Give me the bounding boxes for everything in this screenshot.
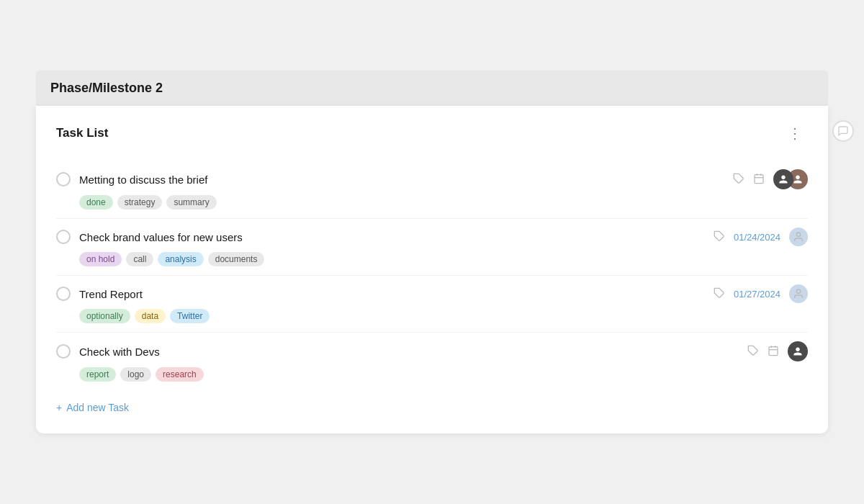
task-tag[interactable]: on hold: [79, 252, 122, 266]
more-options-button[interactable]: ⋮: [782, 123, 808, 143]
tag-icon[interactable]: [714, 287, 725, 301]
task-tags: reportlogoresearch: [79, 367, 808, 382]
task-left: Check with Devs: [56, 344, 160, 359]
avatar: [788, 341, 808, 361]
task-checkbox[interactable]: [56, 172, 71, 186]
task-row: Trend Report01/27/2024: [56, 284, 808, 303]
task-right: [733, 169, 808, 189]
phase-title: Phase/Milestone 2: [50, 81, 163, 95]
task-item: Check brand values for new users01/24/20…: [56, 219, 808, 276]
task-row: Check with Devs: [56, 341, 808, 361]
task-checkbox[interactable]: [56, 344, 71, 359]
task-left: Trend Report: [56, 287, 143, 301]
task-item: Check with Devsreportlogoresearch: [56, 333, 808, 390]
chat-icon[interactable]: [832, 120, 854, 142]
tasks-container: Metting to discuss the briefdonestrategy…: [56, 161, 808, 390]
tag-icon[interactable]: [733, 173, 744, 186]
task-name: Check brand values for new users: [79, 231, 243, 243]
avatar-group: [788, 341, 808, 361]
task-right: [747, 341, 808, 361]
tag-icon[interactable]: [714, 230, 725, 244]
task-tag[interactable]: optionally: [79, 309, 130, 323]
task-tags: optionallydataTwitter: [79, 309, 808, 323]
task-tag[interactable]: documents: [208, 252, 265, 266]
task-checkbox[interactable]: [56, 230, 71, 244]
tag-icon[interactable]: [747, 345, 759, 359]
task-item: Metting to discuss the briefdonestrategy…: [56, 161, 808, 219]
task-tag[interactable]: analysis: [158, 252, 203, 266]
task-tag[interactable]: report: [79, 367, 116, 382]
svg-rect-1: [755, 174, 763, 183]
task-row: Check brand values for new users01/24/20…: [56, 228, 808, 246]
task-right: 01/27/2024: [714, 284, 808, 303]
task-right: 01/24/2024: [714, 228, 808, 246]
assignee-icon[interactable]: [789, 228, 808, 246]
card-header: Task List ⋮: [56, 123, 808, 143]
task-tag[interactable]: data: [135, 309, 166, 323]
task-row: Metting to discuss the brief: [56, 169, 808, 189]
task-tag[interactable]: done: [79, 195, 113, 210]
task-date: 01/24/2024: [734, 232, 780, 243]
task-date: 01/27/2024: [734, 289, 780, 300]
svg-rect-10: [769, 346, 778, 355]
task-name: Check with Devs: [79, 346, 160, 358]
add-task-label: Add new Task: [66, 402, 129, 413]
card-title: Task List: [56, 126, 108, 140]
task-list-card: Task List ⋮ Metting to discuss the brief…: [36, 106, 828, 433]
task-name: Trend Report: [79, 288, 143, 300]
task-left: Check brand values for new users: [56, 230, 243, 244]
calendar-icon[interactable]: [768, 345, 779, 359]
task-tag[interactable]: strategy: [117, 195, 163, 210]
task-tag[interactable]: logo: [120, 367, 151, 382]
add-task-icon: +: [56, 402, 62, 413]
task-tags: donestrategysummary: [79, 195, 808, 210]
task-tag[interactable]: summary: [166, 195, 216, 210]
task-tags: on holdcallanalysisdocuments: [79, 252, 808, 266]
svg-point-6: [796, 233, 800, 236]
avatar-group: [773, 169, 808, 189]
task-checkbox[interactable]: [56, 287, 71, 301]
task-tag[interactable]: research: [156, 367, 204, 382]
svg-point-8: [796, 289, 800, 293]
assignee-icon[interactable]: [789, 284, 808, 303]
task-item: Trend Report01/27/2024optionallydataTwit…: [56, 276, 808, 333]
calendar-icon[interactable]: [753, 173, 765, 186]
task-left: Metting to discuss the brief: [56, 172, 207, 186]
task-tag[interactable]: Twitter: [170, 309, 210, 323]
avatar: [773, 169, 793, 189]
add-task-button[interactable]: + Add new Task: [56, 402, 808, 413]
task-tag[interactable]: call: [126, 252, 153, 266]
task-name: Metting to discuss the brief: [79, 174, 207, 186]
